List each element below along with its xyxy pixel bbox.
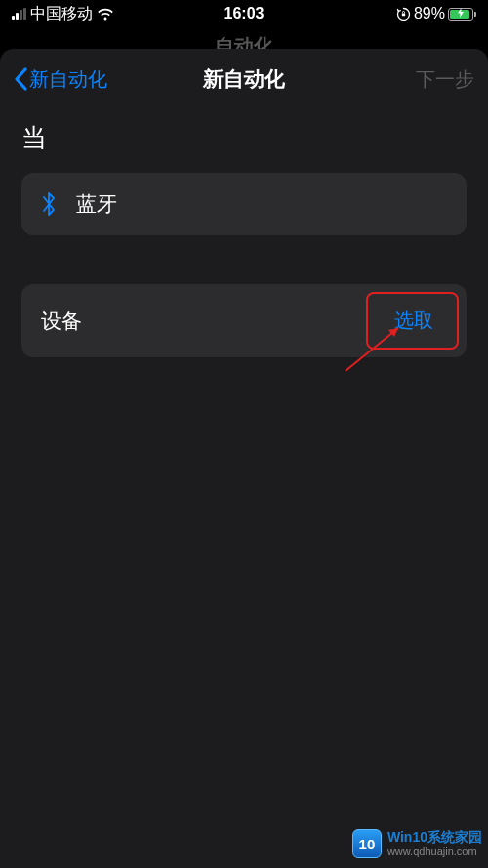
- back-label: 新自动化: [29, 66, 107, 93]
- battery-icon: [448, 8, 476, 21]
- background-title: 自动化: [0, 27, 488, 49]
- watermark-title: Win10系统家园: [387, 830, 482, 845]
- status-bar: 中国移动 16:03 89%: [0, 0, 488, 27]
- section-when-label: 当: [21, 121, 467, 155]
- chevron-left-icon: [14, 67, 27, 91]
- status-left: 中国移动: [12, 4, 114, 24]
- watermark: 10 Win10系统家园 www.qdhuajin.com: [352, 829, 482, 858]
- rotation-lock-icon: [396, 7, 411, 21]
- battery-percent: 89%: [414, 5, 445, 22]
- signal-icon: [12, 8, 26, 20]
- nav-title: 新自动化: [203, 65, 285, 93]
- watermark-badge: 10: [352, 829, 382, 858]
- next-button[interactable]: 下一步: [416, 66, 474, 93]
- modal-sheet: 新自动化 新自动化 下一步 当 蓝牙 设备 选取: [0, 49, 488, 868]
- bluetooth-row[interactable]: 蓝牙: [21, 173, 467, 235]
- watermark-url: www.qdhuajin.com: [387, 846, 482, 857]
- choose-button[interactable]: 选取: [381, 302, 447, 340]
- nav-bar: 新自动化 新自动化 下一步: [0, 49, 488, 109]
- status-right: 89%: [396, 5, 476, 22]
- svg-rect-0: [402, 13, 405, 16]
- back-button[interactable]: 新自动化: [14, 66, 107, 93]
- carrier-label: 中国移动: [30, 4, 93, 24]
- status-time: 16:03: [224, 5, 264, 22]
- bluetooth-icon: [41, 191, 57, 217]
- device-label: 设备: [41, 308, 82, 335]
- device-row: 设备 选取: [21, 284, 467, 357]
- wifi-icon: [97, 8, 114, 21]
- bluetooth-label: 蓝牙: [76, 190, 117, 218]
- content-area: 当 蓝牙 设备 选取: [0, 109, 488, 418]
